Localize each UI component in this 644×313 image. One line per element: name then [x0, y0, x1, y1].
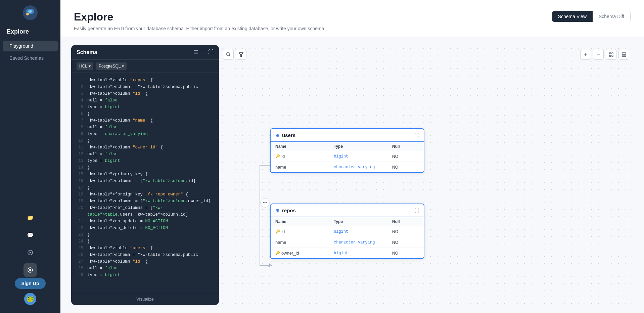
repos-table-name: ⊞ repos	[275, 208, 296, 213]
erd-table-users: ⊞ users ⛶ Name Type Null 🔑 id bigin	[270, 128, 424, 173]
editor-list-icon[interactable]: ☰	[194, 49, 198, 55]
svg-rect-17	[622, 55, 624, 56]
lang-postgres-label: PostgreSQL	[99, 64, 121, 69]
code-line: 6 }	[71, 110, 219, 117]
users-table-expand-icon[interactable]: ⛶	[414, 133, 419, 138]
code-line: 10 }	[71, 137, 219, 144]
main-content: Explore Easily generate an ERD from your…	[60, 0, 644, 313]
editor-header-icons: ☰ ≡ ⛶	[194, 49, 214, 55]
users-col-null-header: Null	[392, 144, 419, 149]
logo[interactable]	[23, 5, 38, 20]
users-table-header: ⊞ users ⛶	[271, 129, 424, 142]
code-line: 8 null = false	[71, 124, 219, 131]
users-id-name: 🔑 id	[275, 154, 334, 159]
code-line: 13 type = bigint	[71, 158, 219, 164]
code-line: 7 "kw-table">column "name" {	[71, 117, 219, 124]
users-table-name: ⊞ users	[275, 132, 295, 138]
header-row: Explore Easily generate an ERD from your…	[74, 11, 631, 31]
svg-rect-16	[622, 53, 626, 54]
repos-row-id: 🔑 id bigint NO	[271, 226, 424, 237]
code-line: 11 "kw-table">column "owner_id" {	[71, 144, 219, 151]
sidebar: Explore Playground Saved Schemas 📁 💬 Sig…	[0, 0, 60, 313]
repos-col-type-header: Type	[334, 219, 392, 224]
sidebar-chat-icon[interactable]: 💬	[24, 228, 37, 242]
sidebar-item-playground[interactable]: Playground	[3, 41, 58, 51]
signup-button[interactable]: Sign Up	[15, 278, 46, 289]
code-line: 26 "kw-table">schema = "kw-table">schema…	[71, 252, 219, 258]
sidebar-icons: 📁 💬	[0, 210, 60, 278]
avatar[interactable]: 🐸	[24, 293, 36, 305]
repos-owner-id-name: 🔑 owner_id	[275, 251, 334, 256]
repos-id-key-icon: 🔑	[275, 229, 280, 234]
users-id-null: NO	[392, 154, 419, 159]
code-line: 21 "kw-table">on_update = NO_ACTION	[71, 218, 219, 225]
users-col-headers: Name Type Null	[271, 142, 424, 151]
repos-row-name: name character varying NO	[271, 237, 424, 248]
repos-name-null: NO	[392, 240, 419, 245]
code-line: 12 null = false	[71, 151, 219, 158]
repos-table-expand-icon[interactable]: ⛶	[414, 208, 419, 213]
code-line: 27 "kw-table">column "id" {	[71, 258, 219, 265]
sidebar-item-saved-schemas[interactable]: Saved Schemas	[3, 53, 58, 63]
erd-layout-button[interactable]	[618, 49, 629, 60]
users-id-key-icon: 🔑	[275, 154, 280, 159]
editor-expand-icon[interactable]: ⛶	[208, 49, 214, 55]
lang-hcl-chevron: ▾	[89, 64, 91, 69]
repos-table-header: ⊞ repos ⛶	[271, 204, 424, 217]
code-line: 1"kw-table">table "repos" {	[71, 77, 219, 84]
sidebar-folder-icon[interactable]: 📁	[24, 211, 37, 224]
editor-align-icon[interactable]: ≡	[202, 49, 205, 55]
sidebar-nav: Playground Saved Schemas	[0, 41, 60, 210]
editor-toolbar: HCL ▾ PostgreSQL ▾	[71, 60, 219, 73]
schema-editor: Schema ☰ ≡ ⛶ HCL ▾ PostgreSQL ▾ 1	[71, 45, 219, 305]
sidebar-play-icon[interactable]	[24, 246, 37, 259]
repos-id-null: NO	[392, 229, 419, 234]
erd-zoom-out-button[interactable]: −	[593, 49, 604, 60]
erd-search-button[interactable]	[223, 49, 234, 60]
code-line: 20 "kw-table">ref_columns = ["kw-table">…	[71, 205, 219, 218]
users-row-id: 🔑 id bigint NO	[271, 151, 424, 162]
repos-col-name-header: Name	[275, 219, 334, 224]
svg-point-8	[29, 269, 31, 271]
code-editor[interactable]: 1"kw-table">table "repos" {2 "kw-table">…	[71, 73, 219, 293]
svg-rect-13	[612, 53, 613, 54]
erd-filter-button[interactable]	[236, 49, 246, 60]
editor-header: Schema ☰ ≡ ⛶	[71, 45, 219, 60]
lang-postgres-chevron: ▾	[122, 64, 124, 69]
repos-col-null-header: Null	[392, 219, 419, 224]
svg-marker-11	[239, 53, 243, 56]
erd-connector-svg	[219, 45, 633, 305]
page-header: Explore Easily generate an ERD from your…	[60, 0, 644, 37]
code-line: 5 type = bigint	[71, 104, 219, 110]
erd-zoom-in-button[interactable]: +	[580, 49, 591, 60]
connector-dot-button[interactable]: •••	[260, 198, 270, 208]
visualize-button[interactable]: Visualize	[136, 297, 154, 302]
content-area: Schema ☰ ≡ ⛶ HCL ▾ PostgreSQL ▾ 1	[60, 37, 644, 313]
page-description: Easily generate an ERD from your databas…	[74, 26, 325, 31]
code-line: 2 "kw-table">schema = "kw-table">schema.…	[71, 84, 219, 90]
erd-table-repos: ⊞ repos ⛶ Name Type Null 🔑 id bigin	[270, 204, 424, 259]
code-line: 25"kw-table">table "users" {	[71, 245, 219, 252]
code-line: 14 }	[71, 164, 219, 171]
code-line: 4 null = false	[71, 97, 219, 104]
code-line: 28 null = false	[71, 265, 219, 272]
sidebar-bottom: Sign Up 🐸	[15, 278, 46, 308]
lang-hcl-label: HCL	[79, 64, 87, 69]
saved-schemas-label: Saved Schemas	[9, 55, 44, 61]
lang-hcl-select[interactable]: HCL ▾	[77, 62, 93, 70]
code-line: 24}	[71, 238, 219, 245]
repos-name-type: character varying	[334, 240, 392, 245]
lang-postgres-select[interactable]: PostgreSQL ▾	[96, 62, 127, 70]
svg-rect-15	[612, 55, 613, 56]
users-name-null: NO	[392, 165, 419, 170]
sidebar-title: Explore	[0, 26, 60, 38]
code-line: 29 type = bigint	[71, 272, 219, 278]
repos-row-owner-id: 🔑 owner_id bigint NO	[271, 248, 424, 258]
erd-fit-button[interactable]	[606, 49, 616, 60]
schema-view-button[interactable]: Schema View	[552, 11, 593, 22]
svg-point-4	[27, 13, 28, 15]
sidebar-explore-icon[interactable]	[24, 263, 37, 277]
svg-line-10	[229, 55, 230, 56]
schema-diff-button[interactable]: Schema Diff	[593, 11, 630, 22]
code-line: 19 "kw-table">columns = ["kw-table">colu…	[71, 198, 219, 205]
